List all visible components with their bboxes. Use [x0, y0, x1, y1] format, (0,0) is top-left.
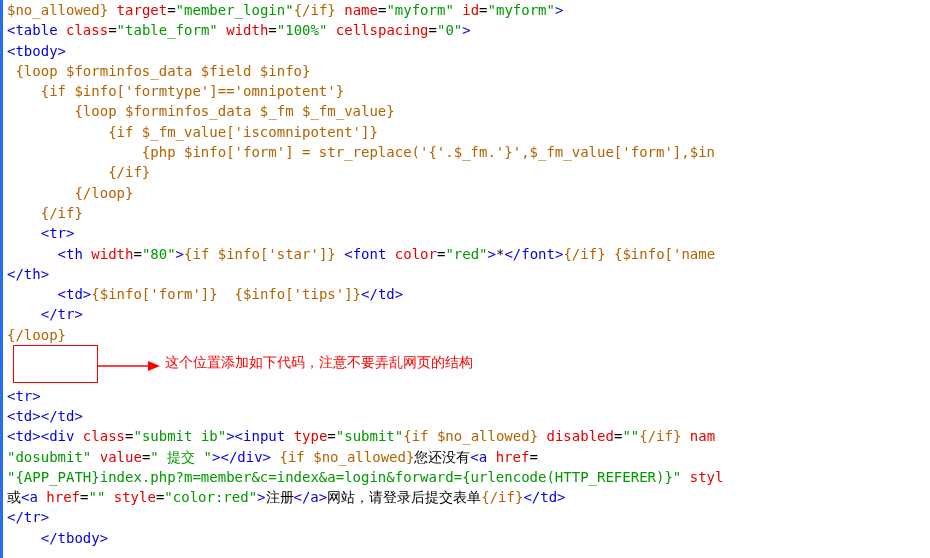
code-token: {if $no_allowed} — [403, 428, 538, 444]
code-token: value — [100, 449, 142, 465]
code-token: {/if} — [563, 246, 605, 262]
code-token: color — [395, 246, 437, 262]
code-block: $no_allowed} target="member_login"{/if} … — [7, 0, 930, 548]
code-token: {/if} — [294, 2, 336, 18]
code-token: = — [529, 449, 537, 465]
code-token: = — [268, 22, 276, 38]
code-line: <td>{$info['form']} {$info['tips']}</td> — [7, 286, 403, 302]
code-token: > — [462, 22, 470, 38]
code-token — [336, 2, 344, 18]
code-token: "myform" — [386, 2, 453, 18]
code-token: {/if} — [481, 489, 523, 505]
code-line: {/loop} — [7, 185, 133, 201]
code-line: <th width="80">{if $info['star']} <font … — [7, 246, 715, 262]
code-token: <td><div — [7, 428, 83, 444]
code-token: {$info['name — [614, 246, 715, 262]
code-token: </td> — [361, 286, 403, 302]
code-token: {loop $forminfos_data $field $info} — [7, 63, 310, 79]
code-token — [606, 246, 614, 262]
code-token: = — [108, 22, 116, 38]
code-token: {/if} — [7, 164, 150, 180]
code-line: <table class="table_form" width="100%" c… — [7, 22, 471, 38]
code-line: "dosubmit" value=" 提交 "></div> {if $no_a… — [7, 449, 538, 465]
code-line: <td></td> — [7, 408, 83, 424]
code-token: class — [83, 428, 125, 444]
code-token: "submit ib" — [133, 428, 226, 444]
code-line: </tbody> — [7, 530, 108, 546]
code-token: {/if} — [639, 428, 681, 444]
code-token: disabled — [547, 428, 614, 444]
code-token: {$info['tips']} — [235, 286, 361, 302]
code-line: <tr> — [7, 388, 41, 404]
code-line: 或<a href="" style="color:red">注册</a>网站，请… — [7, 489, 566, 505]
code-token: </font> — [504, 246, 563, 262]
code-token — [271, 449, 279, 465]
code-line: </tr> — [7, 306, 83, 322]
code-token: </a> — [294, 489, 328, 505]
code-token: name — [344, 2, 378, 18]
code-token: </td> — [523, 489, 565, 505]
code-token — [7, 286, 58, 302]
code-line: "{APP_PATH}index.php?m=member&c=index&a=… — [7, 469, 723, 485]
code-token — [7, 246, 58, 262]
code-token: <td> — [58, 286, 92, 302]
code-token: " 提交 " — [150, 449, 212, 465]
code-token: $no_allowed} — [7, 2, 108, 18]
code-token: > — [555, 2, 563, 18]
code-token: <tr> — [41, 225, 75, 241]
code-token: = — [167, 2, 175, 18]
code-token: > — [226, 428, 234, 444]
code-token: "member_login" — [176, 2, 294, 18]
code-token: </th> — [7, 266, 49, 282]
code-token: "color:red" — [164, 489, 257, 505]
code-token: <input — [235, 428, 294, 444]
code-token: </tr> — [7, 509, 49, 525]
code-token: target — [117, 2, 168, 18]
code-token: > — [176, 246, 184, 262]
code-token: styl — [690, 469, 724, 485]
code-token: {if $_fm_value['iscomnipotent']} — [7, 124, 378, 140]
code-token: <font — [344, 246, 395, 262]
code-token: = — [429, 22, 437, 38]
code-line: {/loop} — [7, 327, 66, 343]
code-token — [681, 428, 689, 444]
code-token: {php $info['form'] = str_replace('{'.$_f… — [7, 144, 715, 160]
code-token: 注册 — [266, 489, 294, 505]
code-line: {/if} — [7, 205, 83, 221]
code-token — [108, 2, 116, 18]
code-token: <table — [7, 22, 66, 38]
code-token: <a — [21, 489, 46, 505]
code-token: {/loop} — [7, 327, 66, 343]
code-token: id — [462, 2, 479, 18]
code-token: 网站，请登录后提交表单 — [327, 489, 481, 505]
code-token: {/if} — [7, 205, 83, 221]
code-token: "myform" — [488, 2, 555, 18]
code-token — [91, 449, 99, 465]
code-line: </th> — [7, 266, 49, 282]
code-line: <tr> — [7, 225, 74, 241]
code-token: "80" — [142, 246, 176, 262]
code-token: href — [496, 449, 530, 465]
code-token: {if $info['star']} — [184, 246, 336, 262]
code-token: href — [46, 489, 80, 505]
code-token: width — [91, 246, 133, 262]
code-token: </tbody> — [41, 530, 108, 546]
code-token — [7, 225, 41, 241]
code-token — [218, 22, 226, 38]
code-token: ></div> — [212, 449, 271, 465]
code-token — [538, 428, 546, 444]
code-token: <tr> — [7, 388, 41, 404]
code-line: <td><div class="submit ib"><input type="… — [7, 428, 715, 444]
code-token: 您还没有 — [414, 449, 470, 465]
code-token: nam — [690, 428, 715, 444]
code-token: = — [133, 246, 141, 262]
code-token: {/loop} — [7, 185, 133, 201]
code-token: class — [66, 22, 108, 38]
code-token: "table_form" — [117, 22, 218, 38]
code-token — [336, 246, 344, 262]
code-line: {/if} — [7, 164, 150, 180]
code-line: {if $info['formtype']=='omnipotent'} — [7, 83, 344, 99]
code-token: "100%" — [277, 22, 328, 38]
code-line: {loop $forminfos_data $_fm $_fm_value} — [7, 103, 395, 119]
code-token: = — [327, 428, 335, 444]
